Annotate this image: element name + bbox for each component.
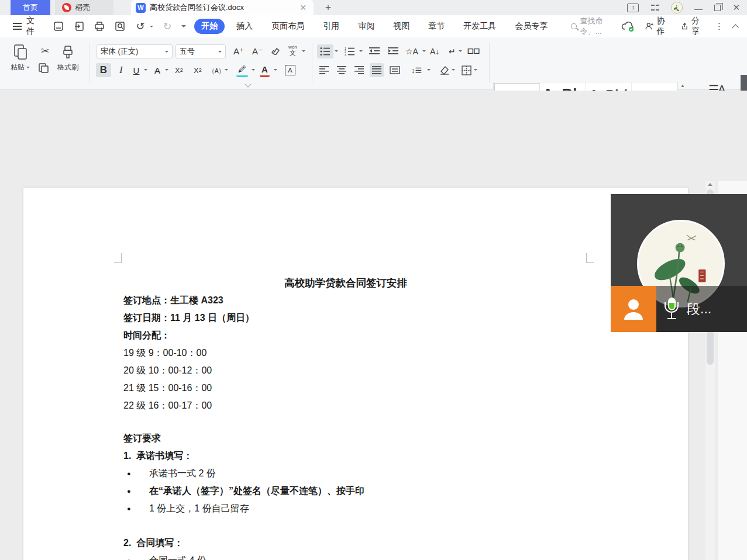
collapse-ribbon-icon[interactable] [732, 24, 739, 31]
highlight-color-button[interactable]: 🖉 [236, 63, 248, 77]
search-command[interactable]: 查找命令、... [571, 16, 621, 37]
shading-dropdown-icon[interactable] [452, 69, 455, 71]
tab-home[interactable]: 首页 [11, 0, 50, 15]
decrease-indent-icon[interactable] [366, 44, 383, 58]
menu-tab-引用[interactable]: 引用 [316, 19, 346, 34]
menu-tab-会员专享[interactable]: 会员专享 [508, 19, 555, 34]
pinyin-guide-icon[interactable]: wén 文 [287, 43, 299, 57]
shading-icon[interactable] [438, 63, 452, 77]
highlight-dropdown-icon[interactable] [252, 69, 255, 71]
save-icon[interactable] [52, 20, 65, 33]
cloud-sync-button[interactable] [621, 20, 635, 32]
menu-tab-插入[interactable]: 插入 [229, 19, 260, 34]
bullet-list-button[interactable] [317, 44, 333, 58]
tab-view-icon[interactable]: 1 [627, 4, 639, 12]
share-button[interactable]: 分享 [680, 16, 705, 37]
borders-dropdown-icon[interactable] [474, 69, 477, 71]
microphone-icon[interactable] [665, 298, 680, 321]
menu-tab-章节[interactable]: 章节 [421, 19, 452, 34]
underline-button[interactable]: U [130, 63, 143, 77]
cut-icon[interactable]: ✂ [37, 44, 53, 57]
paste-dropdown-icon[interactable] [26, 67, 30, 68]
menu-tab-审阅[interactable]: 审阅 [351, 19, 381, 34]
menu-tab-视图[interactable]: 视图 [386, 19, 416, 34]
wrap-effects-dropdown-icon[interactable] [422, 50, 426, 52]
pinyin-dropdown-icon[interactable] [302, 50, 305, 52]
wrap-line-icon[interactable]: ↵ [447, 44, 457, 58]
clear-format-icon[interactable] [269, 44, 283, 58]
align-center-icon[interactable] [335, 63, 349, 77]
paragraph: 1. 承诺书填写： [123, 447, 591, 465]
align-justify-icon[interactable] [370, 63, 384, 77]
menu-tab-开始[interactable]: 开始 [194, 19, 225, 34]
increase-indent-icon[interactable] [385, 44, 401, 58]
wrap-effects-icon[interactable]: ☆A [404, 44, 420, 58]
text-effects-dropdown-icon[interactable] [225, 69, 228, 71]
subscript-button[interactable]: X2 [192, 63, 204, 77]
participant-placeholder-tile[interactable] [611, 286, 656, 332]
font-size-value: 五号 [180, 46, 195, 57]
bullet-list-dropdown-icon[interactable] [335, 50, 338, 52]
paragraph: 21 级 15：00-16：00 [123, 379, 591, 397]
main-menu-icon[interactable] [13, 23, 22, 30]
document-page[interactable]: 高校助学贷款合同签订安排签订地点：生工楼 A323签订日期：11 月 13 日（… [23, 188, 688, 560]
tab-docer-label: 稻壳 [75, 2, 90, 13]
wrap-line-dropdown-icon[interactable] [459, 50, 462, 52]
more-options-icon[interactable]: ⋮ [715, 21, 724, 32]
menu-tab-开发工具[interactable]: 开发工具 [456, 19, 503, 34]
customize-toolbar-icon[interactable] [181, 25, 186, 27]
line-spacing-dropdown-icon[interactable] [427, 69, 431, 71]
char-scale-icon[interactable]: 🞑🞑 [466, 44, 481, 58]
font-color-dropdown-icon[interactable] [274, 69, 277, 71]
video-call-overlay[interactable]: 段... [611, 194, 747, 332]
text-run: 21 级 15：00-16：00 [123, 383, 212, 393]
distribute-icon[interactable] [387, 63, 402, 77]
new-tab-button[interactable]: + [322, 1, 335, 14]
line-spacing-icon[interactable]: ↕☰ [409, 63, 424, 77]
print-preview-icon[interactable] [113, 20, 126, 33]
scroll-up-icon[interactable] [708, 183, 712, 186]
increase-font-icon[interactable]: A⁺ [232, 44, 246, 58]
tab-docer[interactable]: 稻壳 [55, 0, 113, 15]
italic-button[interactable]: I [115, 63, 128, 77]
tab-close-icon[interactable]: ✕ [297, 3, 309, 12]
borders-icon[interactable] [460, 63, 473, 77]
gallery-up-icon[interactable]: ▲ [680, 83, 685, 88]
export-icon[interactable] [73, 20, 85, 33]
underline-dropdown-icon[interactable] [144, 69, 147, 71]
bold-button[interactable]: B [96, 63, 111, 77]
numbered-list-button[interactable]: 123 [342, 44, 358, 58]
collab-button[interactable]: 协作 [645, 16, 670, 37]
align-right-icon[interactable] [352, 63, 366, 77]
menu-tab-页面布局[interactable]: 页面布局 [264, 19, 311, 34]
text-run: 22 级 16：00-17：00 [123, 400, 212, 410]
strikethrough-button[interactable]: A [151, 63, 164, 77]
print-icon[interactable] [93, 20, 106, 33]
file-menu[interactable]: 文件 [26, 16, 42, 37]
text-effects-button[interactable]: 🄐 [211, 63, 222, 77]
format-painter-button[interactable]: 格式刷 [57, 43, 78, 72]
paragraph: 签订日期：11 月 13 日（周日） [123, 309, 591, 327]
align-left-icon[interactable] [317, 63, 331, 77]
tab-document[interactable]: W 高校贷款合同签订会议.docx ✕ [131, 0, 314, 15]
character-border-button[interactable]: A [283, 63, 297, 77]
numbered-list-dropdown-icon[interactable] [359, 50, 363, 52]
workspace-grid-icon[interactable] [650, 4, 659, 12]
text-direction-icon[interactable]: A↓ [428, 44, 441, 58]
account-avatar[interactable] [671, 2, 683, 13]
document-content[interactable]: 高校助学贷款合同签订安排签订地点：生工楼 A323签订日期：11 月 13 日（… [123, 188, 591, 560]
font-color-button[interactable]: A [260, 63, 270, 77]
decrease-font-icon[interactable]: A⁻ [250, 44, 264, 58]
redo-icon[interactable]: ↻ [161, 20, 174, 33]
superscript-button[interactable]: X2 [173, 63, 185, 77]
copy-icon[interactable] [37, 62, 49, 74]
strikethrough-dropdown-icon[interactable] [165, 69, 168, 71]
close-icon[interactable]: ✕ [732, 2, 740, 13]
paste-button[interactable]: 粘贴 [11, 43, 30, 72]
font-size-select[interactable]: 五号 [175, 44, 226, 58]
undo-dropdown-icon[interactable] [150, 26, 153, 27]
minimize-icon[interactable] [694, 9, 703, 10]
undo-icon[interactable]: ↺ [134, 20, 147, 33]
restore-icon[interactable] [714, 5, 721, 11]
font-name-select[interactable]: 宋体 (正文) [97, 44, 173, 58]
